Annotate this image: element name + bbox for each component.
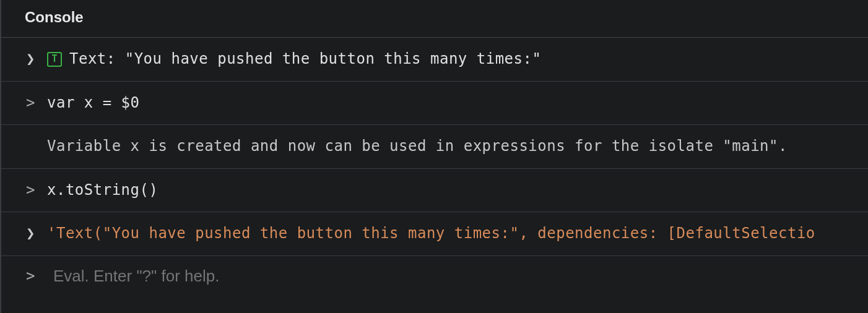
console-title: Console [25, 9, 84, 26]
input-chevron-icon: > [26, 93, 41, 114]
input-code: x.toString() [47, 180, 158, 201]
expand-chevron-icon[interactable]: ❯ [26, 223, 41, 244]
object-label: Text: "You have pushed the button this m… [69, 49, 541, 70]
console-row-result[interactable]: ❯ 'Text("You have pushed the button this… [1, 212, 868, 256]
console-panel: Console ❯ T Text: "You have pushed the b… [0, 0, 868, 313]
text-widget-icon: T [47, 52, 62, 67]
output-text: Variable x is created and now can be use… [47, 136, 788, 157]
console-row-output: Variable x is created and now can be use… [1, 125, 868, 169]
expand-chevron-icon[interactable]: ❯ [26, 49, 41, 70]
result-text: 'Text("You have pushed the button this m… [47, 223, 815, 244]
prompt-chevron-icon: > [26, 266, 41, 287]
console-input[interactable] [53, 267, 868, 286]
console-row-object[interactable]: ❯ T Text: "You have pushed the button th… [1, 38, 868, 82]
console-row-input[interactable]: > x.toString() [1, 169, 868, 213]
console-rows: ❯ T Text: "You have pushed the button th… [1, 38, 868, 297]
input-code: var x = $0 [47, 93, 140, 114]
console-row-input[interactable]: > var x = $0 [1, 82, 868, 126]
input-chevron-icon: > [26, 180, 41, 201]
console-prompt-row[interactable]: > [1, 256, 868, 297]
console-header: Console [1, 0, 868, 38]
